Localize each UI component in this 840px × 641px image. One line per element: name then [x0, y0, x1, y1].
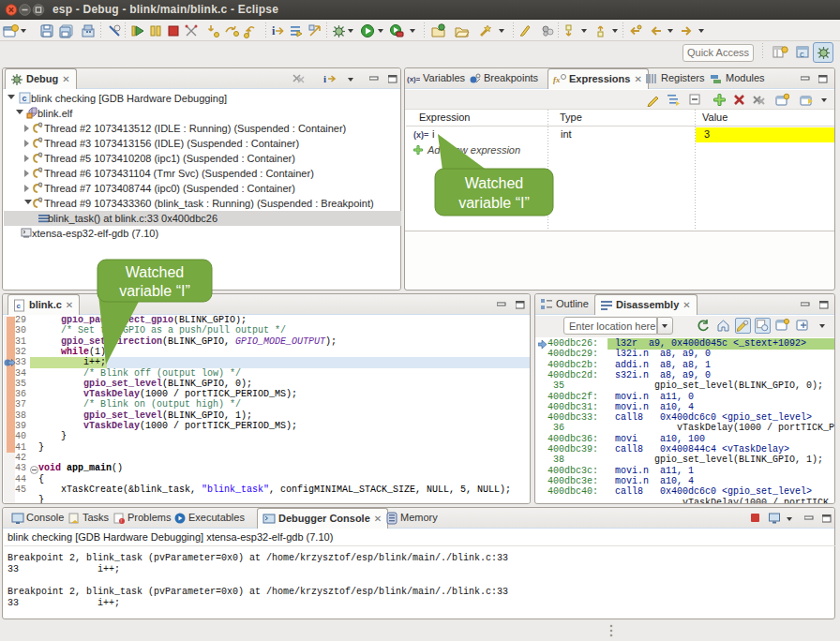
svg-text:variable “I”: variable “I”: [119, 283, 190, 299]
svg-text:c: c: [22, 94, 26, 103]
svg-text:variable “I”: variable “I”: [458, 195, 530, 211]
svg-text:Watched: Watched: [126, 264, 185, 280]
svg-text:i: i: [272, 24, 276, 37]
svg-text:!: !: [121, 518, 122, 524]
svg-text:c: c: [17, 302, 22, 310]
svg-text:i: i: [323, 73, 326, 84]
svg-text:C: C: [800, 51, 804, 59]
svg-text:fx: fx: [553, 75, 561, 84]
svg-text:(x)=: (x)=: [407, 75, 420, 83]
svg-text:Watched: Watched: [465, 175, 524, 191]
